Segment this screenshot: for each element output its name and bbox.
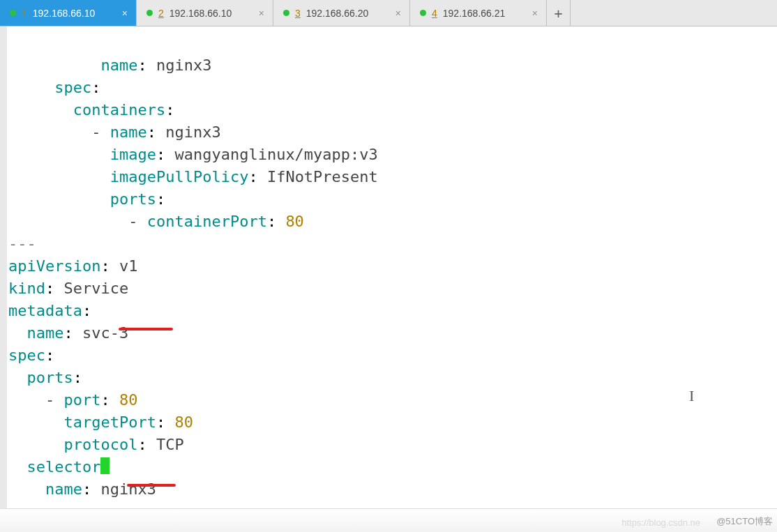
tab-3[interactable]: 3 192.168.66.20 × <box>273 0 410 26</box>
tab-2[interactable]: 2 192.168.66.10 × <box>137 0 273 26</box>
tab-4[interactable]: 4 192.168.66.21 × <box>410 0 547 26</box>
code-line: imagePullPolicy: IfNotPresent <box>8 168 378 185</box>
status-dot-icon <box>146 10 153 16</box>
code-line: spec: <box>8 347 54 364</box>
close-icon[interactable]: × <box>394 8 402 19</box>
text-cursor-block <box>100 457 110 474</box>
code-line: kind: Service <box>8 280 128 297</box>
status-dot-icon <box>283 10 289 16</box>
tab-title: 192.168.66.10 <box>33 8 115 19</box>
code-line: - containerPort: 80 <box>8 213 304 230</box>
code-line: ports: <box>8 190 165 208</box>
tab-1[interactable]: 1 192.168.66.10 × <box>0 0 137 26</box>
annotation-underline <box>127 484 176 487</box>
tab-bar: 1 192.168.66.10 × 2 192.168.66.10 × 3 19… <box>0 0 777 26</box>
code-editor[interactable]: name: nginx3 spec: containers: - name: n… <box>0 26 777 532</box>
code-line: --- <box>8 235 36 252</box>
code-line: protocol: TCP <box>8 436 184 453</box>
watermark: https://blog.csdn.ne <box>621 517 700 528</box>
text-caret-icon: I <box>689 385 694 407</box>
status-dot-icon <box>420 10 426 16</box>
tab-title: 192.168.66.21 <box>443 8 525 19</box>
code-line: name: nginx3 <box>8 56 211 74</box>
add-tab-button[interactable]: + <box>547 0 571 26</box>
close-icon[interactable]: × <box>121 8 129 19</box>
code-line: image: wangyanglinux/myapp:v3 <box>8 146 378 163</box>
tab-number: 2 <box>158 8 164 19</box>
code-line: name: svc-3 <box>8 324 128 342</box>
close-icon[interactable]: × <box>257 8 266 19</box>
code-line: containers: <box>8 101 174 119</box>
code-line: targetPort: 80 <box>8 413 193 431</box>
status-dot-icon <box>10 10 16 16</box>
tab-title: 192.168.66.20 <box>306 8 388 19</box>
code-line: selector <box>8 458 110 476</box>
code-line: spec: <box>8 79 100 96</box>
code-line: - name: nginx3 <box>8 123 221 141</box>
code-line: apiVersion: v1 <box>8 257 137 275</box>
annotation-underline <box>119 328 173 330</box>
code-line: ports: <box>8 369 82 386</box>
watermark: @51CTO博客 <box>716 515 773 528</box>
tab-title: 192.168.66.10 <box>169 8 252 19</box>
close-icon[interactable]: × <box>531 8 539 19</box>
tab-number: 1 <box>22 8 27 19</box>
code-line: - port: 80 <box>8 391 137 409</box>
code-line: metadata: <box>8 302 91 319</box>
tab-number: 3 <box>295 8 301 19</box>
tab-number: 4 <box>432 8 437 19</box>
code-line: name: nginx3 <box>8 480 156 498</box>
